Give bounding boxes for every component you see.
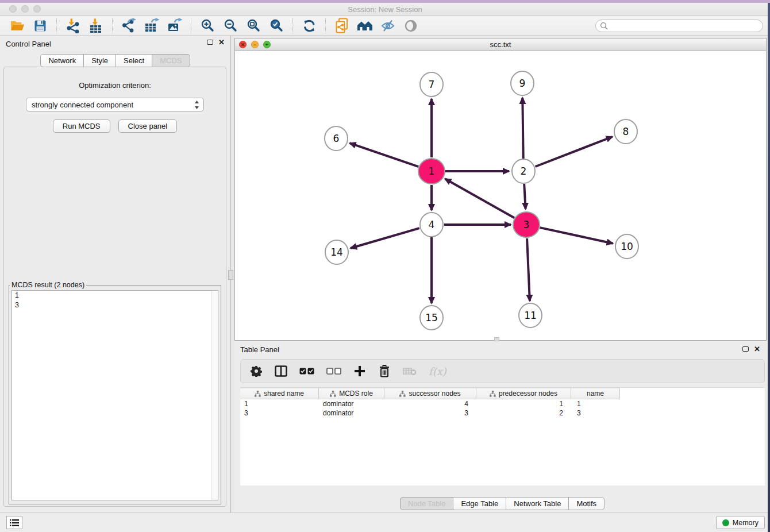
toolbar-separator: [112, 18, 113, 33]
eye-slash-icon[interactable]: [378, 18, 398, 34]
control-panel: Control Panel ✕ NetworkStyleSelectMCDS O…: [0, 36, 231, 512]
graph-node-1[interactable]: 1: [418, 159, 445, 184]
table-cell[interactable]: 3: [384, 408, 476, 418]
table-cell[interactable]: dominator: [319, 408, 384, 418]
graph-node-2[interactable]: 2: [512, 159, 535, 183]
column-header-predecessor-nodes[interactable]: predecessor nodes: [476, 388, 571, 399]
gear-icon[interactable]: [250, 364, 263, 379]
split-column-icon[interactable]: [275, 364, 287, 379]
network-window-title: scc.txt: [235, 40, 766, 49]
column-header-MCDS-role[interactable]: MCDS role: [319, 388, 384, 399]
graph-edge-3-10[interactable]: [540, 228, 613, 244]
tab-mcds[interactable]: MCDS: [152, 54, 190, 67]
eye-icon[interactable]: [401, 18, 421, 34]
import-table-icon[interactable]: [86, 18, 106, 34]
status-bar: Memory: [0, 512, 770, 532]
table-cell[interactable]: dominator: [319, 399, 384, 408]
desktop-top-strip: [0, 0, 770, 3]
graph-edge-3-1[interactable]: [445, 179, 515, 218]
zoom-in-icon[interactable]: [198, 18, 217, 34]
import-network-icon[interactable]: [63, 18, 83, 34]
tab-motifs[interactable]: Motifs: [568, 497, 605, 510]
save-session-icon[interactable]: [30, 18, 50, 34]
export-network-icon[interactable]: [119, 18, 138, 34]
table-cell[interactable]: 2: [476, 408, 571, 418]
function-builder-icon[interactable]: f(x): [429, 364, 446, 379]
zoom-out-icon[interactable]: [221, 18, 240, 34]
graph-node-10[interactable]: 10: [615, 234, 638, 259]
refresh-icon[interactable]: [299, 18, 319, 34]
table-cell[interactable]: 3: [240, 408, 319, 418]
table-cell[interactable]: 1: [571, 399, 620, 408]
graph-node-8[interactable]: 8: [614, 119, 637, 144]
tab-node-table[interactable]: Node Table: [400, 497, 454, 510]
graph-node-11[interactable]: 11: [519, 303, 542, 327]
tab-style[interactable]: Style: [83, 54, 116, 67]
tab-select[interactable]: Select: [116, 54, 152, 67]
search-input[interactable]: [610, 21, 763, 31]
svg-text:8: 8: [623, 126, 629, 137]
toolbar-separator: [56, 18, 57, 33]
memory-button[interactable]: Memory: [716, 516, 765, 529]
node-table: shared nameMCDS rolesuccessor nodesprede…: [240, 387, 765, 485]
close-panel-button[interactable]: Close panel: [118, 119, 178, 133]
optimization-criterion-label: Optimization criterion:: [4, 81, 226, 90]
graph-node-6[interactable]: 6: [325, 126, 348, 151]
export-table-icon[interactable]: [142, 18, 161, 34]
svg-text:11: 11: [524, 310, 537, 321]
svg-text:9: 9: [519, 78, 526, 89]
column-header-successor-nodes[interactable]: successor nodes: [384, 388, 476, 399]
graph-node-14[interactable]: 14: [325, 240, 348, 264]
graph-node-9[interactable]: 9: [511, 71, 534, 95]
run-mcds-button[interactable]: Run MCDS: [53, 119, 110, 133]
table-cell[interactable]: 4: [384, 399, 476, 408]
search-box[interactable]: [595, 20, 763, 32]
float-table-panel-icon[interactable]: [742, 346, 749, 352]
mcds-result-textarea[interactable]: 13: [11, 290, 218, 500]
toolbar-separator: [292, 18, 293, 33]
zoom-fit-icon[interactable]: [244, 18, 263, 34]
column-header-name[interactable]: name: [571, 388, 620, 399]
select-all-icon[interactable]: [299, 364, 314, 379]
optimization-criterion-value: strongly connected component: [32, 101, 133, 109]
table-cell[interactable]: 1: [476, 399, 571, 408]
zoom-selected-icon[interactable]: [267, 18, 286, 34]
deselect-all-icon[interactable]: [326, 364, 341, 379]
graph-edge-2-9[interactable]: [522, 98, 523, 159]
svg-text:15: 15: [425, 312, 438, 323]
network-canvas[interactable]: 7968124310141511: [235, 51, 766, 340]
tab-network[interactable]: Network: [40, 54, 84, 67]
table-cell[interactable]: 3: [571, 408, 620, 418]
float-panel-icon[interactable]: [207, 40, 213, 45]
add-column-icon[interactable]: [353, 364, 366, 379]
table-cell[interactable]: 1: [240, 399, 319, 408]
export-image-icon[interactable]: [165, 18, 184, 34]
graph-edge-4-14[interactable]: [351, 228, 419, 248]
tab-edge-table[interactable]: Edge Table: [453, 497, 506, 510]
open-session-icon[interactable]: [7, 18, 27, 34]
graph-node-7[interactable]: 7: [420, 72, 443, 97]
table-row[interactable]: 3dominator323: [240, 408, 765, 418]
table-row[interactable]: 1dominator411: [240, 399, 765, 408]
task-history-button[interactable]: [6, 516, 22, 529]
column-header-shared-name[interactable]: shared name: [240, 388, 319, 399]
delete-icon[interactable]: [378, 364, 391, 379]
graph-node-15[interactable]: 15: [420, 306, 443, 330]
network-file-icon[interactable]: [332, 18, 352, 34]
delete-table-icon[interactable]: [403, 364, 417, 379]
graph-node-3[interactable]: 3: [513, 212, 540, 237]
horizontal-scrollbar-handle[interactable]: [494, 337, 499, 341]
panel-splitter-handle[interactable]: [228, 270, 233, 280]
graph-edge-2-8[interactable]: [536, 137, 613, 167]
result-scrollbar[interactable]: [211, 291, 218, 500]
optimization-criterion-select[interactable]: strongly connected component: [26, 98, 204, 111]
table-toolbar: f(x): [240, 359, 765, 383]
graph-edge-2-3[interactable]: [524, 184, 525, 209]
graph-edge-3-11[interactable]: [527, 238, 530, 301]
graph-node-4[interactable]: 4: [420, 213, 443, 237]
close-panel-icon[interactable]: ✕: [218, 39, 225, 45]
home-icon[interactable]: [355, 18, 375, 34]
close-table-panel-icon[interactable]: ✕: [754, 346, 760, 352]
graph-edge-1-6[interactable]: [350, 143, 419, 167]
tab-network-table[interactable]: Network Table: [506, 497, 569, 510]
